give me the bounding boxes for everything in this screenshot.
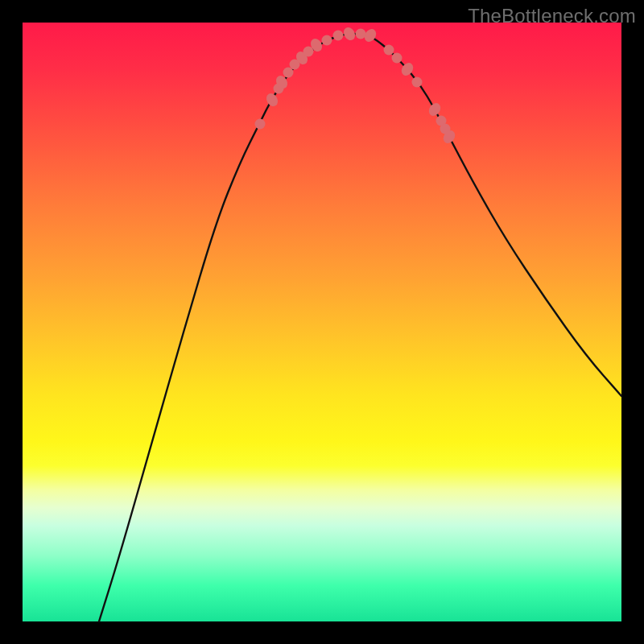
data-dot <box>264 91 280 108</box>
bottleneck-curve <box>99 34 621 621</box>
data-dot <box>384 45 394 56</box>
chart-plot-area <box>23 23 621 621</box>
data-dot <box>356 29 366 39</box>
chart-svg <box>23 23 621 621</box>
data-dots <box>255 25 458 145</box>
data-dot <box>333 31 344 41</box>
data-dot <box>322 35 332 46</box>
data-dot <box>255 119 266 130</box>
watermark-text: TheBottleneck.com <box>468 5 636 27</box>
data-dot <box>392 53 402 64</box>
data-dot <box>427 101 443 118</box>
data-dot <box>412 77 423 88</box>
